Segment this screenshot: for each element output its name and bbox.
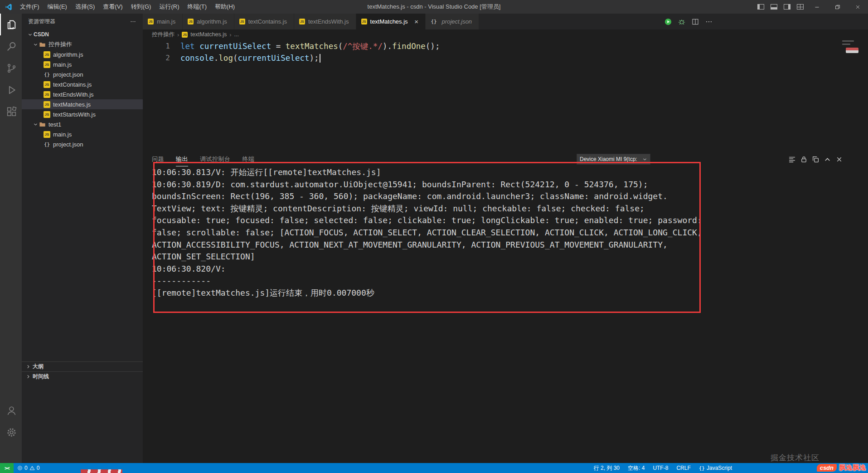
tree-item[interactable]: test1: [22, 119, 143, 129]
clear-output-icon[interactable]: [788, 156, 796, 163]
close-tab-icon[interactable]: ×: [413, 18, 420, 25]
code-token: );: [310, 54, 319, 63]
tree-item[interactable]: {}project.json: [22, 139, 143, 149]
code-token: /^按键.*/: [343, 42, 383, 51]
tree-item[interactable]: JSalgorithm.js: [22, 49, 143, 59]
tab-label: main.js: [157, 18, 175, 25]
editor-tab[interactable]: JStextEndsWith.js: [294, 14, 356, 29]
code-editor[interactable]: 1let currentUiSelect = textMatches(/^按键.…: [143, 39, 868, 152]
activity-bar-accounts[interactable]: [0, 400, 22, 421]
panel-tab[interactable]: 终端: [242, 152, 255, 166]
close-panel-icon[interactable]: [835, 156, 843, 163]
indentation-status[interactable]: 空格: 4: [628, 464, 645, 472]
tree-item[interactable]: JStextContains.js: [22, 79, 143, 89]
debug-button[interactable]: [678, 18, 686, 26]
encoding-status[interactable]: UTF-8: [653, 465, 668, 471]
tree-item[interactable]: JSmain.js: [22, 59, 143, 69]
menu-item[interactable]: 编辑(E): [44, 3, 71, 10]
panel-tab[interactable]: 调试控制台: [200, 152, 231, 166]
maximize-panel-icon[interactable]: [824, 156, 831, 163]
code-token: .: [214, 54, 219, 63]
minimap[interactable]: [842, 40, 861, 47]
title-bar: 文件(F)编辑(E)选择(S)查看(V)转到(G)运行(R)终端(T)帮助(H)…: [0, 0, 868, 14]
run-button[interactable]: [664, 18, 672, 26]
tree-item-label: algorithm.js: [53, 51, 83, 58]
menu-item[interactable]: 选择(S): [71, 3, 99, 10]
language-status[interactable]: {} JavaScript: [699, 465, 732, 471]
activity-bar-extensions[interactable]: [0, 101, 22, 122]
toggle-panel-icon[interactable]: [771, 4, 777, 10]
eol-status[interactable]: CRLF: [676, 465, 690, 471]
menu-item[interactable]: 查看(V): [99, 3, 126, 10]
tree-item-label: textEndsWith.js: [53, 91, 94, 98]
timeline-section[interactable]: 时间线: [22, 371, 143, 381]
tab-label: project.json: [442, 18, 472, 25]
watermark-fragment: [81, 469, 122, 473]
csdn-logo: csdn: [817, 464, 837, 472]
customize-layout-icon[interactable]: [797, 4, 804, 10]
tree-item-label: project.json: [53, 71, 83, 78]
tree-item[interactable]: JStextStartsWith.js: [22, 109, 143, 119]
output-line: focusable: true; focused: false; selecte…: [152, 215, 702, 227]
problems-status[interactable]: 0 0: [14, 465, 43, 471]
activity-bar-explorer[interactable]: [0, 14, 22, 35]
outline-section[interactable]: 大纲: [22, 361, 143, 371]
minimize-button[interactable]: [807, 0, 827, 14]
code-token: (: [233, 54, 238, 63]
scroll-lock-icon[interactable]: [800, 156, 808, 163]
error-icon: [17, 465, 23, 471]
warning-icon: [29, 465, 35, 471]
menu-item[interactable]: 转到(G): [127, 3, 155, 10]
menu-item[interactable]: 文件(F): [16, 3, 44, 10]
tree-item-label: test1: [48, 121, 61, 128]
tree-item[interactable]: JStextEndsWith.js: [22, 89, 143, 99]
watermark-fragment: [846, 48, 858, 53]
restore-button[interactable]: [827, 0, 848, 14]
activity-bar-settings[interactable]: [0, 421, 22, 443]
tree-item[interactable]: CSDN: [22, 29, 143, 39]
window-title: textMatches.js - csdn - Visual Studio Co…: [368, 3, 501, 11]
menu-item[interactable]: 运行(R): [155, 3, 183, 10]
more-actions-icon[interactable]: [130, 18, 136, 25]
toggle-secondary-sidebar-icon[interactable]: [784, 4, 790, 10]
open-output-in-editor-icon[interactable]: [812, 156, 820, 163]
run-and-debug-icon: [6, 84, 17, 96]
tree-item[interactable]: JSmain.js: [22, 129, 143, 139]
panel-tab[interactable]: 输出: [176, 152, 188, 166]
cursor-position-status[interactable]: 行 2, 列 30: [594, 464, 620, 472]
output-log[interactable]: 10:06:30.813/V: 开始运行[[remote]textMatches…: [152, 166, 702, 299]
breadcrumb-item[interactable]: ...: [234, 31, 239, 38]
js-file-icon: JS: [299, 19, 305, 24]
menu-item[interactable]: 帮助(H): [211, 3, 239, 10]
accounts-icon: [6, 405, 17, 416]
json-file-icon: {}: [44, 71, 50, 78]
search-icon: [6, 41, 17, 52]
editor-tab[interactable]: JStextMatches.js×: [356, 14, 426, 29]
toggle-sidebar-icon[interactable]: [757, 4, 764, 10]
breadcrumb-item[interactable]: 控件操作: [152, 31, 175, 39]
output-channel-select[interactable]: Device Xiaomi MI 9(tcp:: [577, 154, 650, 165]
activity-bar-search[interactable]: [0, 35, 22, 57]
tree-item[interactable]: 控件操作: [22, 39, 143, 49]
js-file-icon: JS: [44, 91, 50, 98]
remote-indicator[interactable]: ><: [0, 463, 14, 473]
activity-bar-source-control[interactable]: [0, 57, 22, 79]
breadcrumb-item[interactable]: JStextMatches.js: [182, 31, 227, 38]
close-window-button[interactable]: [848, 0, 868, 14]
tree-item[interactable]: {}project.json: [22, 69, 143, 79]
language-label: JavaScript: [707, 465, 732, 471]
editor-tab[interactable]: JSalgorithm.js: [183, 14, 234, 29]
menu-item[interactable]: 终端(T): [183, 3, 211, 10]
output-channel-value: Device Xiaomi MI 9(tcp:: [580, 156, 637, 162]
more-actions-icon[interactable]: [705, 18, 713, 26]
split-editor-icon[interactable]: [691, 18, 699, 26]
code-lines: 1let currentUiSelect = textMatches(/^按键.…: [143, 40, 868, 64]
timeline-label: 时间线: [33, 373, 49, 380]
js-file-icon: JS: [44, 131, 50, 138]
tree-item[interactable]: JStextMatches.js: [22, 99, 143, 109]
editor-tab[interactable]: JSmain.js: [143, 14, 183, 29]
editor-tab[interactable]: JStextContains.js: [234, 14, 294, 29]
editor-tab[interactable]: {}project.json: [426, 14, 479, 29]
panel-tab[interactable]: 问题: [152, 152, 164, 166]
activity-bar-run-and-debug[interactable]: [0, 79, 22, 101]
